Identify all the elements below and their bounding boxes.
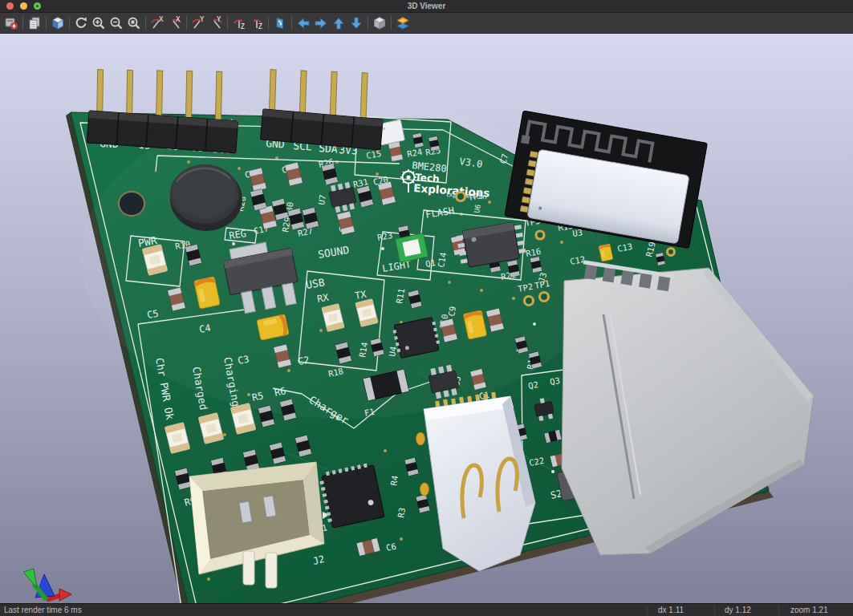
silkscreen-r5: R5 — [251, 390, 265, 403]
zoom-out-icon[interactable] — [108, 14, 125, 32]
pin-header-j5 — [87, 63, 242, 153]
silkscreen-c5: C5 — [146, 308, 160, 321]
rotate-z-clockwise-icon[interactable]: Z — [230, 14, 248, 32]
svg-text:Z: Z — [258, 22, 263, 30]
move-right-icon[interactable] — [312, 14, 330, 32]
silkscreen-r4: R4 — [388, 475, 400, 487]
title-bar: 3D Viewer — [0, 0, 853, 13]
rotate-y-counterclockwise-icon[interactable]: Y — [207, 14, 225, 32]
status-bar: Last render time 6 ms dx 1.11 dy 1.12 zo… — [0, 603, 853, 616]
zoom-in-icon[interactable] — [90, 14, 108, 32]
silkscreen-u4: U4 — [387, 346, 398, 358]
svg-text:Z: Z — [241, 22, 246, 30]
close-button[interactable] — [6, 2, 14, 10]
svg-text:X: X — [159, 16, 164, 23]
silkscreen-u7: U7 — [316, 194, 327, 206]
sd-card-socket — [562, 260, 814, 555]
window-controls — [6, 2, 41, 10]
move-down-icon[interactable] — [347, 14, 365, 32]
move-up-icon[interactable] — [330, 14, 347, 32]
toolbar: X X Y Y Z Z — [0, 13, 853, 34]
3d-viewport[interactable]: GND 19 18 08 3V3 J5 GND SCL SDA 3V3 J4 C… — [0, 34, 853, 603]
rotate-x-counterclockwise-icon[interactable]: X — [166, 14, 184, 32]
silkscreen-u6: U6 — [473, 204, 482, 213]
window-title: 3D Viewer — [0, 2, 853, 10]
status-dy: dy 1.12 — [725, 606, 751, 614]
orthographic-projection-icon[interactable] — [371, 14, 388, 32]
status-dx: dx 1.11 — [658, 606, 684, 614]
rotate-y-clockwise-icon[interactable]: Y — [189, 14, 207, 32]
silkscreen-c2: C2 — [297, 355, 311, 367]
silkscreen-q3: Q3 — [549, 375, 561, 387]
redraw-icon[interactable] — [72, 14, 90, 32]
svg-text:Y: Y — [217, 16, 221, 23]
flip-board-icon[interactable] — [271, 14, 289, 32]
silkscreen-r6: R6 — [274, 385, 287, 399]
silkscreen-q2: Q2 — [527, 379, 539, 391]
zoom-to-fit-icon[interactable] — [125, 14, 143, 32]
pcb-board: GND 19 18 08 3V3 J5 GND SCL SDA 3V3 J4 C… — [71, 63, 814, 603]
rotate-x-clockwise-icon[interactable]: X — [148, 14, 166, 32]
axis-gizmo — [23, 569, 71, 601]
silkscreen-c9: C9 — [446, 306, 457, 318]
reload-board-icon[interactable] — [2, 14, 20, 32]
minimize-button[interactable] — [20, 2, 27, 10]
copy-image-icon[interactable] — [26, 14, 43, 32]
zoom-window-button[interactable] — [34, 2, 41, 10]
show-board-body-icon[interactable] — [394, 14, 412, 32]
silkscreen-r3: R3 — [396, 507, 407, 519]
render-time: Last render time 6 ms — [4, 606, 82, 614]
pcb-3d-render: GND 19 18 08 3V3 J5 GND SCL SDA 3V3 J4 C… — [0, 34, 853, 603]
silkscreen-reg: REG — [228, 228, 246, 241]
status-zoom: zoom 1.21 — [790, 606, 828, 614]
svg-text:X: X — [176, 16, 181, 23]
mounting-hole — [119, 192, 144, 216]
silkscreen-c4: C4 — [198, 322, 212, 335]
silkscreen-c3: C3 — [237, 354, 250, 367]
move-left-icon[interactable] — [294, 14, 312, 32]
rotate-z-counterclockwise-icon[interactable]: Z — [248, 14, 266, 32]
render-options-icon[interactable] — [49, 14, 67, 32]
svg-text:Y: Y — [200, 16, 205, 23]
silkscreen-q1: Q1 — [424, 257, 437, 269]
